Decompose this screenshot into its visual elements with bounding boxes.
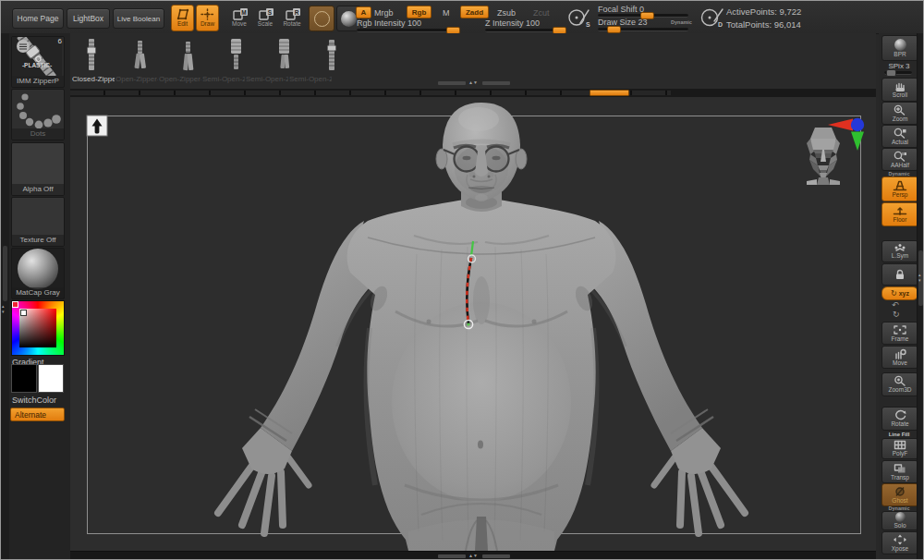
tray-label-5[interactable]: Semi-Open-Zip bbox=[289, 75, 332, 83]
xyz-axis-button[interactable]: ↻ xyz bbox=[881, 286, 918, 300]
aahalf-button[interactable]: AAHalf bbox=[881, 148, 918, 171]
tray-label-4[interactable]: Semi-Open-Zip bbox=[246, 75, 288, 83]
tray-item-open-zipper-1[interactable] bbox=[130, 39, 149, 74]
tray-label-1[interactable]: Open-Zipper-Pu bbox=[116, 75, 158, 83]
m-toggle[interactable]: M bbox=[443, 8, 450, 18]
tray-item-open-zipper-2[interactable] bbox=[178, 41, 197, 74]
tray-label-2[interactable]: Open-Zipper-Le bbox=[159, 75, 201, 83]
move-hand-icon bbox=[893, 348, 907, 359]
move-icon: M bbox=[232, 7, 248, 20]
zoom-button[interactable]: Zoom bbox=[881, 102, 918, 125]
rotate-cw-icon[interactable]: ↻ bbox=[893, 310, 900, 319]
tray-divider-segment-left[interactable] bbox=[438, 81, 466, 85]
top-tray: Closed-Zipper Open-Zipper-Pu Open-Zipper… bbox=[70, 33, 876, 89]
zsub-toggle[interactable]: Zsub bbox=[497, 8, 516, 18]
bottom-divider-segment-right[interactable] bbox=[482, 554, 510, 558]
frame-button[interactable]: Frame bbox=[881, 322, 918, 345]
home-page-button[interactable]: Home Page bbox=[12, 8, 64, 29]
material-thumbnail[interactable]: MatCap Gray bbox=[11, 248, 65, 299]
dots-stroke-button[interactable]: D bbox=[699, 6, 725, 30]
spix-handle[interactable] bbox=[886, 69, 896, 77]
material-label: MatCap Gray bbox=[12, 287, 64, 298]
tray-item-closed-zipper[interactable] bbox=[82, 37, 101, 74]
tray-label-3[interactable]: Semi-Open-Zip bbox=[202, 75, 245, 83]
left-tray-scroll-handle[interactable] bbox=[3, 246, 7, 301]
scroll-button[interactable]: Scroll bbox=[881, 78, 918, 102]
rgb-toggle[interactable]: Rgb bbox=[407, 6, 432, 18]
a-toggle[interactable]: A bbox=[356, 6, 371, 18]
rgb-intensity-slider[interactable] bbox=[357, 29, 460, 32]
tray-divider-arrows[interactable]: ▲▼ bbox=[468, 79, 478, 85]
zadd-toggle[interactable]: Zadd bbox=[460, 6, 489, 18]
local-symmetry-label: L.Sym bbox=[892, 253, 908, 260]
local-symmetry-button[interactable]: L.Sym bbox=[881, 240, 918, 262]
tool-head-preview[interactable] bbox=[807, 128, 840, 185]
mrgb-toggle[interactable]: Mrgb bbox=[374, 8, 394, 18]
zcut-toggle[interactable]: Zcut bbox=[533, 8, 550, 18]
switch-color-label[interactable]: SwitchColor bbox=[12, 396, 56, 405]
floor-button[interactable]: Floor bbox=[881, 202, 918, 226]
zoom3d-button[interactable]: Zoom3D bbox=[881, 372, 918, 396]
lightbox-button[interactable]: LightBox bbox=[67, 8, 110, 29]
stroke-icon: S bbox=[566, 6, 592, 30]
draw-size-handle[interactable] bbox=[607, 26, 621, 33]
right-tray-divider-arrows[interactable]: ▴▾ bbox=[918, 272, 921, 283]
tray-divider-segment-right[interactable] bbox=[482, 81, 510, 85]
scroll-label: Scroll bbox=[893, 92, 907, 99]
draw-button[interactable]: Draw bbox=[196, 5, 219, 31]
lock-button[interactable] bbox=[881, 263, 918, 286]
solo-button[interactable]: Solo bbox=[881, 511, 918, 530]
move-button[interactable]: M Move bbox=[227, 6, 251, 30]
zoom3d-label: Zoom3D bbox=[889, 387, 912, 394]
left-tray-divider-arrows[interactable]: ▴▾ bbox=[2, 303, 5, 314]
sculpt-model[interactable] bbox=[218, 103, 745, 551]
polyframe-button[interactable]: PolyF bbox=[881, 438, 918, 459]
actual-button[interactable]: Actual bbox=[881, 125, 918, 148]
bottom-divider-arrows[interactable]: ▲▼ bbox=[468, 553, 478, 558]
color-sv-marker[interactable] bbox=[20, 310, 27, 316]
transparency-button[interactable]: Transp bbox=[881, 460, 918, 483]
draw-label: Draw bbox=[201, 21, 214, 28]
color-picker[interactable] bbox=[11, 300, 65, 356]
tray-item-semi-open-2[interactable] bbox=[274, 37, 293, 74]
alternate-button[interactable]: Alternate bbox=[10, 408, 65, 421]
tray-label-0[interactable]: Closed-Zipper bbox=[72, 75, 115, 83]
bottom-divider-segment-left[interactable] bbox=[438, 554, 466, 558]
ghost-button[interactable]: Ghost bbox=[881, 483, 918, 506]
rotate-button[interactable]: R Rotate bbox=[279, 6, 305, 30]
xpose-button[interactable]: Xpose bbox=[881, 531, 918, 554]
axis-y-arrow bbox=[851, 132, 864, 152]
current-brush-thumbnail[interactable]: -PLASTIC- 6 IMM ZipperP bbox=[11, 36, 65, 88]
move-label: Move bbox=[232, 21, 247, 28]
stroke-thumbnail[interactable]: Dots bbox=[11, 89, 65, 140]
rotate-3d-button[interactable]: Rotate bbox=[881, 407, 918, 431]
tray-item-semi-open-3[interactable] bbox=[322, 38, 341, 74]
persp-button[interactable]: Persp bbox=[881, 177, 918, 201]
canvas-area[interactable] bbox=[70, 97, 876, 551]
stroke-button[interactable]: S bbox=[566, 6, 592, 30]
main-color-swatch[interactable] bbox=[11, 364, 37, 393]
spix-slider[interactable] bbox=[884, 71, 912, 75]
brush-circle-icon bbox=[314, 11, 330, 27]
live-boolean-button[interactable]: Live Boolean bbox=[113, 8, 164, 29]
stroke-name-label: Dots bbox=[12, 128, 64, 140]
alpha-thumbnail[interactable]: Alpha Off bbox=[11, 142, 65, 196]
texture-thumbnail[interactable]: Texture Off bbox=[11, 197, 65, 247]
canvas-top-scrollbar[interactable] bbox=[70, 89, 876, 97]
total-points-readout: TotalPoints: 96,014 bbox=[726, 19, 801, 30]
rotate-ccw-icon[interactable]: ↶ bbox=[892, 300, 899, 310]
3d-viewport[interactable] bbox=[70, 97, 876, 551]
scale-button[interactable]: S Scale bbox=[253, 6, 277, 30]
draw-size-slider[interactable] bbox=[598, 28, 688, 31]
z-intensity-slider[interactable] bbox=[485, 29, 566, 32]
color-hue-marker[interactable] bbox=[12, 301, 18, 308]
draw-size-dynamic-label[interactable]: Dynamic bbox=[671, 19, 692, 25]
right-tray-scrollbar[interactable]: ▴▾ bbox=[917, 33, 924, 560]
secondary-color-swatch[interactable] bbox=[38, 364, 64, 393]
edit-button[interactable]: Edit bbox=[171, 5, 194, 31]
move-3d-button[interactable]: Move bbox=[881, 346, 918, 369]
brush-shape-button[interactable] bbox=[309, 6, 334, 31]
tray-item-semi-open-1[interactable] bbox=[226, 37, 245, 74]
scrollbar-active-segment[interactable] bbox=[590, 90, 629, 96]
bpr-button[interactable]: BPR bbox=[881, 35, 918, 61]
